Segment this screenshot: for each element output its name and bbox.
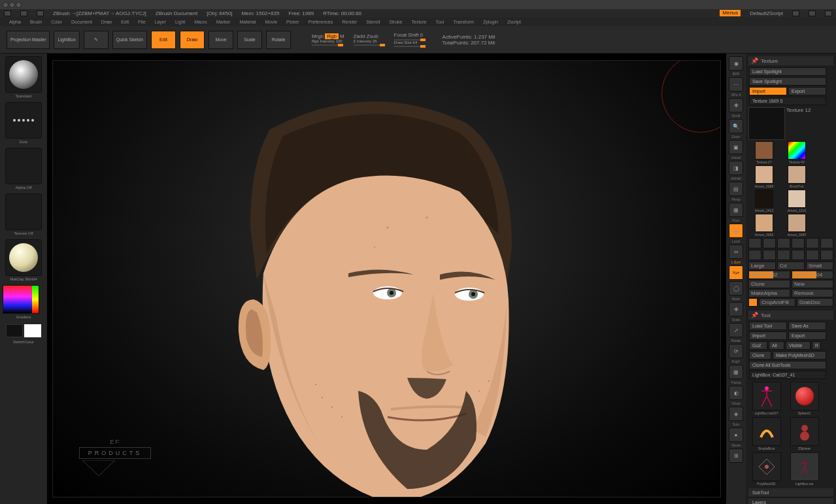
material-slot[interactable] xyxy=(5,239,42,276)
cropfill-btn[interactable]: CropAndFill xyxy=(759,298,795,307)
window-controls[interactable] xyxy=(3,2,22,8)
menu-zplugin[interactable]: Zplugin xyxy=(480,19,501,25)
texture-slot[interactable] xyxy=(5,193,42,230)
icon3[interactable] xyxy=(825,10,832,16)
remove-btn[interactable]: Remove xyxy=(792,289,833,297)
m5-icon[interactable] xyxy=(806,250,819,260)
m3-icon[interactable] xyxy=(777,250,790,260)
tool-thumb-1[interactable] xyxy=(790,382,819,411)
tool-thumb-5[interactable] xyxy=(790,452,819,481)
quicksketch-btn[interactable]: Quick Sketch xyxy=(112,31,147,49)
menu-zscript[interactable]: Zscript xyxy=(505,19,524,25)
alpha-slot[interactable] xyxy=(5,148,42,184)
goz-btn[interactable]: GoZ xyxy=(749,341,767,350)
home-icon[interactable] xyxy=(4,10,11,16)
width-slider[interactable]: Width 4092 xyxy=(748,271,790,279)
tex-thumb-7[interactable] xyxy=(788,214,806,232)
rotate2-icon[interactable]: ⟳ xyxy=(729,344,743,358)
menu-render[interactable]: Render xyxy=(339,19,359,25)
sec-icon[interactable] xyxy=(820,238,833,248)
gradient-label[interactable]: Gradient xyxy=(3,315,44,322)
menu-tool[interactable]: Tool xyxy=(433,19,446,25)
fill-icon[interactable] xyxy=(748,298,758,307)
aahalf-icon[interactable]: ◨ xyxy=(729,161,743,175)
rot-icon[interactable] xyxy=(777,238,790,248)
default-zscript[interactable]: DefaultZScript xyxy=(750,10,783,16)
bpr-icon[interactable]: ◉ xyxy=(729,56,743,71)
grabdoc-btn[interactable]: GrabDoc xyxy=(797,298,833,307)
lightbox-btn[interactable]: LightBox xyxy=(54,31,79,49)
cd-btn[interactable]: Cd xyxy=(777,261,805,270)
menus-btn[interactable]: Menus xyxy=(720,10,741,16)
color-picker[interactable] xyxy=(3,285,39,314)
scale2-icon[interactable]: ⤢ xyxy=(729,323,743,337)
scroll-icon[interactable]: ✥ xyxy=(729,98,743,112)
tex-thumb-0[interactable] xyxy=(755,141,773,160)
height-slider[interactable]: Height 3304 xyxy=(792,271,833,279)
m4-icon[interactable] xyxy=(792,250,805,260)
tex-import-btn[interactable]: Import xyxy=(749,87,787,95)
saveas-btn[interactable]: Save As xyxy=(788,322,826,330)
polyf-icon[interactable]: ▦ xyxy=(729,365,743,379)
current-tex-thumb[interactable] xyxy=(748,107,785,140)
solo-icon[interactable]: ● xyxy=(729,428,743,442)
tool-thumb-4[interactable] xyxy=(752,452,781,481)
lsym-icon[interactable]: ⇔ xyxy=(729,244,743,259)
tex-thumb-1[interactable] xyxy=(788,141,806,160)
grad-icon[interactable] xyxy=(806,238,819,248)
switchcolor-label[interactable]: SwitchColor xyxy=(3,340,44,346)
fwd-icon[interactable] xyxy=(37,10,44,16)
save-spotlight-btn[interactable]: Save Spotlight xyxy=(749,77,826,86)
menu-layer[interactable]: Layer xyxy=(152,19,169,25)
draw-btn[interactable]: Draw xyxy=(180,31,205,49)
tex-thumb-6[interactable] xyxy=(755,214,773,232)
spix-icon[interactable]: ⋯ xyxy=(729,77,743,92)
tex-thumb-4[interactable] xyxy=(755,190,773,208)
tool-thumb-3[interactable] xyxy=(790,417,819,446)
stroke-slot[interactable] xyxy=(5,102,42,139)
tool-clone-btn[interactable]: Clone xyxy=(749,351,771,360)
menu-preferences[interactable]: Preferences xyxy=(306,19,336,25)
tex-export-btn[interactable]: Export xyxy=(788,87,826,95)
tool-header[interactable]: 📌Tool xyxy=(748,311,833,320)
tex-current[interactable]: Texture 1865 0 xyxy=(749,97,826,105)
tool-thumb-2[interactable] xyxy=(752,417,781,446)
color-swatches[interactable] xyxy=(6,324,41,337)
rotate-btn[interactable]: Rotate xyxy=(266,31,291,49)
small-btn[interactable]: Small xyxy=(806,261,833,270)
cloneall-btn[interactable]: Clone All SubTools xyxy=(749,361,826,369)
menu-color[interactable]: Color xyxy=(48,19,65,25)
menu-texture[interactable]: Texture xyxy=(409,19,429,25)
xyz-icon[interactable]: Xyz xyxy=(729,265,743,280)
inv-icon[interactable] xyxy=(792,238,805,248)
zadd-group[interactable]: ZaddZsub Z Intensity 25 xyxy=(354,33,385,46)
icon2[interactable] xyxy=(809,10,816,16)
tex-thumb-2[interactable] xyxy=(755,165,773,184)
scale-btn[interactable]: Scale xyxy=(237,31,262,49)
back-icon[interactable] xyxy=(20,10,27,16)
viewport[interactable]: EF PRODUCTS xyxy=(52,60,721,497)
local-icon[interactable]: ◆ xyxy=(729,224,743,238)
r-btn[interactable]: R xyxy=(812,341,821,350)
large-btn[interactable]: Large xyxy=(748,261,776,270)
actual-icon[interactable]: ▣ xyxy=(729,140,743,154)
edit-btn[interactable]: Edit xyxy=(151,31,176,49)
menu-brush[interactable]: Brush xyxy=(27,19,44,25)
m6-icon[interactable] xyxy=(820,250,833,260)
icon1[interactable] xyxy=(792,10,799,16)
clone-btn[interactable]: Clone xyxy=(748,280,790,288)
texture-header[interactable]: 📌Texture xyxy=(748,56,833,65)
tex-thumb-5[interactable] xyxy=(788,190,806,208)
menu-light[interactable]: Light xyxy=(173,19,188,25)
menu-alpha[interactable]: Alpha xyxy=(7,19,24,25)
menu-marker[interactable]: Marker xyxy=(214,19,233,25)
m1-icon[interactable] xyxy=(748,250,761,260)
focal-group[interactable]: Focal Shift 0 Draw Size 64 xyxy=(394,32,426,47)
menu-stencil[interactable]: Stencil xyxy=(363,19,382,25)
menu-picker[interactable]: Picker xyxy=(284,19,301,25)
menu-macro[interactable]: Macro xyxy=(192,19,209,25)
loadtool-btn[interactable]: Load Tool xyxy=(749,322,787,330)
transp-icon[interactable]: ◐ xyxy=(729,386,743,400)
menu-document[interactable]: Document xyxy=(69,19,95,25)
makepm-btn[interactable]: Make PolyMesh3D xyxy=(773,351,826,360)
